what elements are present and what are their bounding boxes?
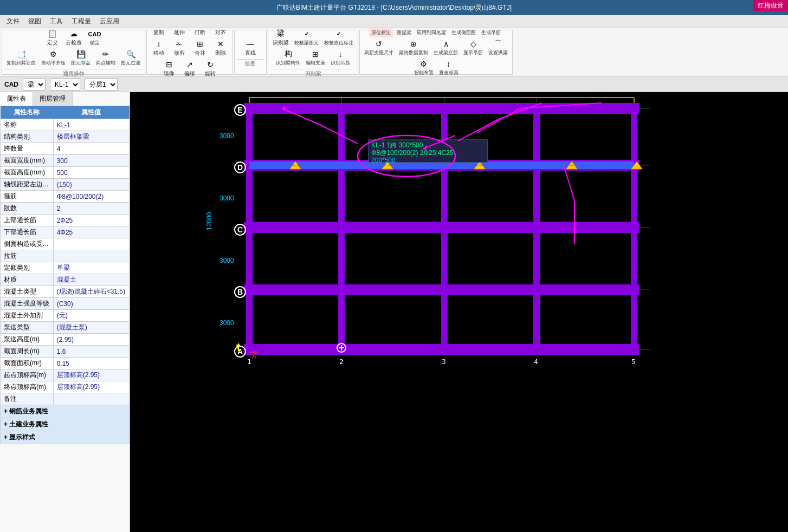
svg-rect-55 [255, 344, 336, 355]
col-label-5: 5 [631, 358, 636, 366]
svg-rect-72 [441, 233, 448, 284]
axis-label-a: A [234, 346, 246, 358]
svg-rect-73 [533, 233, 540, 284]
btn-align[interactable]: ≡对齐 [211, 28, 230, 37]
btn-cloud-check[interactable]: ☁云检查 [63, 28, 84, 48]
btn-gen-elevation[interactable]: ∧生成架立筋 [431, 37, 460, 57]
svg-rect-63 [533, 114, 540, 160]
menu-view[interactable]: 视图 [24, 16, 46, 27]
btn-change-elev[interactable]: ↕查改标高 [437, 57, 461, 77]
svg-rect-49 [450, 222, 531, 233]
btn-offset[interactable]: ↗偏移 [180, 58, 199, 77]
btn-mirror[interactable]: ⊟镜像 [159, 58, 179, 77]
svg-text:A: A [252, 353, 256, 360]
btn-merge[interactable]: ⊞合并 [190, 37, 210, 58]
btn-identify-beam-comp[interactable]: 构识别梁构件 [274, 48, 302, 68]
svg-rect-57 [450, 344, 531, 355]
tab-layers[interactable]: 图层管理 [33, 92, 73, 106]
svg-rect-70 [246, 233, 253, 284]
menu-cloud[interactable]: 云应用 [95, 16, 124, 27]
svg-line-115 [458, 119, 499, 141]
btn-gen-side[interactable]: ▤生成侧面图 [449, 28, 478, 37]
prop-col-name: 属性名称 [1, 106, 54, 119]
btn-original-mark[interactable]: 注原位标注 [369, 28, 393, 37]
svg-rect-75 [246, 295, 253, 344]
svg-rect-54 [542, 284, 629, 295]
btn-cad[interactable]: CAD锁定 [85, 28, 105, 48]
btn-check-beam-elem[interactable]: ✔校核梁图元 [292, 28, 321, 48]
btn-copy[interactable]: ⊕复制 [149, 28, 169, 37]
svg-text:3000: 3000 [219, 194, 234, 202]
btn-show-hanger[interactable]: ◇显示吊筋 [461, 37, 485, 57]
btn-rotate[interactable]: ↻旋转 [201, 58, 220, 77]
svg-rect-68 [533, 171, 540, 222]
btn-check-original[interactable]: ✔校核原位标注 [322, 28, 356, 48]
svg-rect-37 [531, 344, 542, 355]
svg-text:200*500: 200*500 [371, 157, 396, 164]
menu-bar: 文件 视图 工具 工程量 云应用 [0, 15, 788, 28]
btn-twopoint[interactable]: ✏两点辅轴 [94, 48, 118, 68]
btn-line[interactable]: —直线 [241, 37, 260, 58]
svg-text:3000: 3000 [219, 257, 234, 264]
btn-edit-support[interactable]: ⊞编辑支座 [303, 48, 327, 68]
btn-re-lift[interactable]: 提重提梁 [394, 28, 414, 37]
col-label-2: 2 [339, 358, 344, 366]
btn-print[interactable]: 🖨打断 [190, 28, 210, 37]
name-selector[interactable]: KL-1 [50, 79, 80, 90]
menu-tools[interactable]: 工具 [46, 16, 67, 27]
btn-trim[interactable]: ✁修剪 [170, 37, 189, 58]
btn-gen-hanger[interactable]: ↓生成吊筋 [479, 28, 503, 37]
svg-rect-47 [255, 222, 336, 233]
svg-rect-32 [531, 284, 542, 295]
svg-rect-53 [450, 284, 531, 295]
btn-define[interactable]: 📋定义 [43, 28, 62, 48]
menu-quantity[interactable]: 工程量 [67, 16, 95, 27]
btn-extend[interactable]: ↔延伸 [170, 28, 189, 37]
btn-smart-arrange[interactable]: ⚙智能布置 [412, 57, 436, 77]
svg-rect-56 [347, 344, 439, 355]
svg-rect-69 [631, 171, 637, 222]
toolbar-group-modify: ⊕复制 ↔延伸 🖨打断 ≡对齐 ↕移动 ✁修剪 ⊞合并 ✕删除 ⊟镜像 ↗偏移 … [146, 30, 233, 75]
toolbar-group-general: 📋定义 ☁云检查 CAD锁定 📑复制到其它层 ⚙自动平齐板 💾图元存盘 ✏两点辅… [2, 30, 145, 75]
svg-rect-26 [439, 222, 450, 233]
svg-rect-79 [631, 295, 637, 344]
toolbar: 📋定义 ☁云检查 CAD锁定 📑复制到其它层 ⚙自动平齐板 💾图元存盘 ✏两点辅… [0, 28, 788, 77]
svg-rect-27 [531, 222, 542, 233]
axis-label-e: E [234, 104, 246, 116]
svg-rect-66 [338, 171, 345, 222]
level-selector[interactable]: 分层1 [85, 79, 118, 90]
btn-refresh-support[interactable]: ↺刷新支座尺寸 [362, 37, 396, 57]
btn-filter[interactable]: 🔍图元过滤 [119, 48, 143, 68]
btn-copy-layer[interactable]: 📑复制到其它层 [4, 48, 38, 68]
main-area: 属性表 图层管理 属性名称 属性值 名称KL-1结构类别楼层框架梁跨数量4截面宽… [0, 92, 788, 532]
btn-auto-level[interactable]: ⚙自动平齐板 [39, 48, 68, 68]
btn-move[interactable]: ↕移动 [149, 37, 169, 58]
col-label-1: 1 [247, 358, 251, 366]
toolbar-group-identify: 梁识别梁 ✔校核梁图元 ✔校核原位标注 构识别梁构件 ⊞编辑支座 ↓识别吊筋 识… [268, 30, 358, 75]
cad-label: CAD [4, 81, 18, 88]
svg-text:3000: 3000 [219, 319, 234, 327]
svg-rect-52 [347, 284, 439, 295]
btn-store[interactable]: 💾图元存盘 [69, 48, 93, 68]
selector-bar: CAD 梁 KL-1 分层1 [0, 77, 788, 92]
btn-identify-beam[interactable]: 梁识别梁 [270, 28, 291, 48]
btn-copy-span[interactable]: ⊕梁跨数据复制 [397, 37, 430, 57]
svg-text:Φ8@100/200(2) 2Φ25;4C25: Φ8@100/200(2) 2Φ25;4C25 [371, 149, 454, 157]
svg-rect-50 [542, 222, 629, 233]
svg-rect-78 [533, 295, 540, 344]
type-selector[interactable]: 梁 [23, 79, 46, 90]
svg-rect-39 [255, 103, 336, 114]
btn-delete[interactable]: ✕删除 [211, 37, 230, 58]
svg-rect-48 [347, 222, 439, 233]
svg-rect-64 [631, 114, 637, 160]
toolbar-group-draw: —直线 绘图 [234, 30, 267, 75]
menu-file[interactable]: 文件 [2, 16, 24, 27]
cad-area[interactable]: 3000 3000 3000 3000 12000 KL-1 1跨 300*50… [130, 92, 788, 532]
btn-apply-same[interactable]: →应用到同名梁 [415, 28, 448, 37]
title-text: 广联达BIM土建计量平台 GTJ2018 - [C:\Users\Adminis… [276, 3, 512, 12]
title-bar: 广联达BIM土建计量平台 GTJ2018 - [C:\Users\Adminis… [0, 0, 788, 15]
btn-set-arch[interactable]: ⌒设置拱梁 [486, 37, 510, 57]
btn-identify-hanger[interactable]: ↓识别吊筋 [328, 48, 352, 68]
tab-properties[interactable]: 属性表 [0, 92, 33, 106]
svg-rect-40 [347, 103, 439, 114]
